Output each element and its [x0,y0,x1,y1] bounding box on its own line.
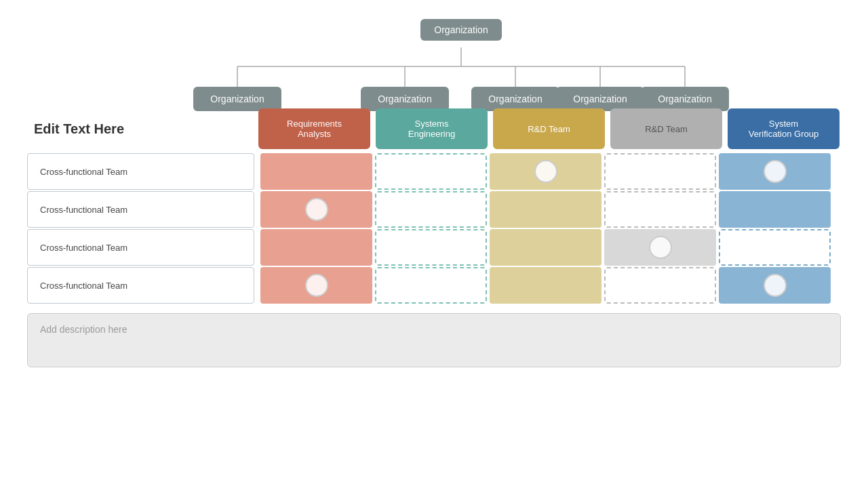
l2-box-2: Organization [361,87,449,111]
description-placeholder: Add description here [40,324,127,335]
raci-cell-r3-c4 [719,267,831,304]
raci-cells [259,191,841,228]
team-label-rnd1: R&D Team [528,124,570,134]
raci-cell-r2-c1 [375,229,487,266]
raci-cell-r1-c1 [375,191,487,228]
raci-cell-r2-c4 [719,229,831,266]
raci-cell-r0-c4 [719,153,831,190]
circle-indicator [764,274,787,297]
root-label: Organization [420,19,502,41]
raci-cell-r1-c2 [490,191,601,228]
org-tree: Organization Organization Organization O… [27,14,841,102]
root-org-box: Organization [420,19,502,41]
raci-cell-r2-c3 [604,229,716,266]
team-header-svr: System Verification Group [728,108,840,149]
raci-rows-container: Cross-functional TeamCross-functional Te… [27,153,841,304]
raci-cell-r0-c1 [375,153,487,190]
l2-label-5: Organization [641,87,729,111]
row-label: Cross-functional Team [27,191,254,228]
l2-label-4: Organization [556,87,644,111]
table-row: Cross-functional Team [27,229,841,266]
circle-indicator [305,274,328,297]
raci-cells [259,153,841,190]
team-header-rnd2: R&D Team [610,108,722,149]
team-label-rnd2: R&D Team [645,124,688,134]
description-box[interactable]: Add description here [27,313,841,367]
table-row: Cross-functional Team [27,267,841,304]
team-headers: Requirements Analysts Systems Engineerin… [257,108,841,149]
raci-cell-r3-c1 [375,267,487,304]
main-container: Organization Organization Organization O… [0,0,868,488]
team-label-sys: Systems Engineering [408,119,455,139]
circle-indicator [305,198,328,221]
raci-cell-r3-c0 [260,267,372,304]
raci-cells [259,267,841,304]
raci-cell-r0-c0 [260,153,372,190]
circle-indicator [764,160,787,183]
raci-cell-r2-c2 [490,229,601,266]
raci-cell-r1-c3 [604,191,716,228]
raci-cell-r1-c0 [260,191,372,228]
raci-cells [259,229,841,266]
row-label: Cross-functional Team [27,229,254,266]
team-header-sys: Systems Engineering [376,108,488,149]
raci-cell-r1-c4 [719,191,831,228]
l2-label-2: Organization [361,87,449,111]
team-header-rnd1: R&D Team [493,108,605,149]
raci-cell-r3-c3 [604,267,716,304]
edit-label[interactable]: Edit Text Here [27,108,257,149]
l2-label-1: Organization [193,87,281,111]
raci-cell-r2-c0 [260,229,372,266]
team-label-req: Requirements Analysts [287,119,342,139]
raci-cell-r3-c2 [490,267,601,304]
l2-box-1: Organization [193,87,281,111]
circle-indicator [534,160,557,183]
table-row: Cross-functional Team [27,191,841,228]
row-label: Cross-functional Team [27,153,254,190]
l2-box-4: Organization [556,87,644,111]
row-label: Cross-functional Team [27,267,254,304]
l2-label-3: Organization [471,87,559,111]
team-header-req: Requirements Analysts [258,108,370,149]
team-label-svr: System Verification Group [749,119,818,139]
table-row: Cross-functional Team [27,153,841,190]
raci-matrix: Edit Text Here Requirements Analysts Sys… [27,108,841,304]
raci-cell-r0-c2 [490,153,601,190]
raci-cell-r0-c3 [604,153,716,190]
l2-box-5: Organization [641,87,729,111]
l2-box-3: Organization [471,87,559,111]
circle-indicator [649,236,672,259]
